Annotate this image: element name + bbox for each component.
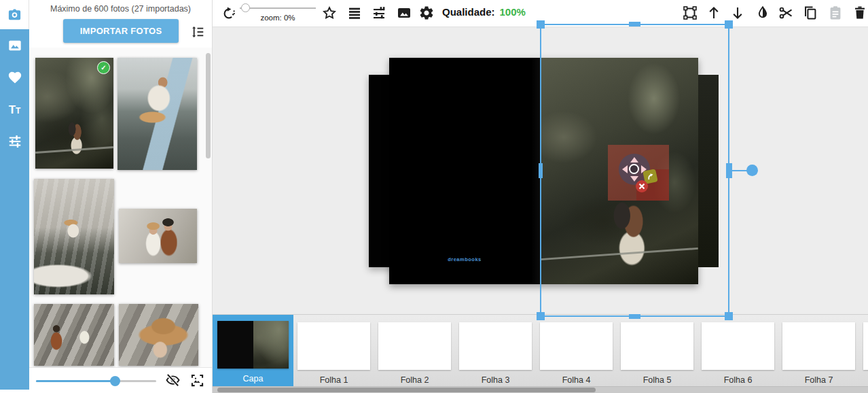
hide-used-icon[interactable] [165, 373, 181, 388]
settings-gear-icon[interactable] [418, 5, 435, 21]
sidebar-item-favorites[interactable] [7, 70, 22, 85]
heart-icon [7, 70, 22, 85]
sort-order-icon[interactable] [190, 24, 205, 39]
selection-handle-bottom-right[interactable] [725, 312, 733, 320]
filmstrip-page-folha-6[interactable]: Folha 6 [698, 315, 778, 386]
photo-panel: Máximo de 600 fotos (27 importadas) IMPO… [29, 0, 213, 393]
photo-thumbnail-list: ✓ [29, 48, 212, 367]
filmstrip-page-folha-4[interactable]: Folha 4 [536, 315, 617, 386]
selection-handle-top-right[interactable] [725, 20, 733, 29]
page-thumbnail [621, 322, 693, 370]
filmstrip-page-folha-5[interactable]: Folha 5 [617, 315, 698, 386]
page-thumbnail [702, 322, 774, 370]
page-label: Folha 4 [536, 375, 617, 385]
thumbnail-size-slider[interactable] [36, 375, 156, 386]
sidebar: TT [0, 0, 29, 390]
move-center-ring-icon[interactable] [629, 164, 639, 174]
photo-thumbnail-2[interactable] [117, 58, 197, 170]
filmstrip-page-capa[interactable]: Capa [213, 315, 293, 386]
filmstrip-horizontal-scrollbar[interactable] [213, 386, 868, 393]
cover-photo-figures [587, 189, 670, 284]
adjust-sliders-icon[interactable] [371, 5, 387, 21]
image-icon [7, 38, 22, 53]
filmstrip-page-folha-3[interactable]: Folha 3 [455, 315, 536, 386]
photo-drag-overlay[interactable] [608, 145, 669, 201]
sidebar-item-camera[interactable] [0, 0, 29, 29]
copy-icon[interactable] [802, 5, 818, 21]
zoom-slider[interactable]: zoom: 0% [240, 3, 316, 22]
move-left-arrow-icon[interactable] [622, 165, 628, 173]
selection-handle-middle-left[interactable] [539, 163, 543, 178]
panel-vertical-scrollbar[interactable] [206, 53, 211, 158]
page-label: Folha 7 [778, 375, 859, 385]
page-filmstrip: Capa Folha 1 Folha 2 Folha 3 Folha 4 Fol… [213, 314, 868, 386]
page-thumbnail [459, 322, 532, 370]
sidebar-tools: TT [0, 38, 29, 149]
photo-thumbnail-4[interactable] [119, 209, 197, 263]
tune-icon [7, 134, 22, 149]
quality-label: Qualidade: [442, 6, 495, 18]
filmstrip-page-folha-1[interactable]: Folha 1 [293, 315, 374, 386]
move-up-arrow-icon[interactable] [630, 157, 638, 163]
zoom-slider-knob[interactable] [241, 3, 250, 12]
favorite-star-icon[interactable] [321, 5, 338, 21]
slider-knob[interactable] [110, 376, 120, 386]
paste-icon-disabled[interactable] [827, 5, 844, 21]
photo-counter: Máximo de 600 fotos (27 importadas) [29, 4, 212, 14]
slider-fill [36, 380, 115, 382]
cover-wrap-right [698, 75, 719, 267]
cover-page-thumbnail [217, 321, 289, 369]
photo-used-check-icon: ✓ [97, 61, 110, 74]
photo-thumbnail-5[interactable] [34, 304, 114, 366]
delete-trash-icon[interactable] [852, 5, 868, 21]
zoom-slider-track [240, 7, 316, 9]
remove-photo-icon[interactable] [636, 180, 648, 192]
rotation-handle-knob[interactable] [746, 165, 758, 176]
quality-value: 100% [500, 6, 526, 18]
rotate-icon[interactable] [221, 5, 237, 21]
zoom-label: zoom: 0% [240, 14, 316, 22]
camera-icon [7, 7, 22, 22]
filmstrip-page-folha-2[interactable]: Folha 2 [374, 315, 455, 386]
layouts-menu-icon[interactable] [346, 5, 363, 21]
filmstrip-page-folha-7[interactable]: Folha 7 [778, 315, 859, 386]
text-icon: TT [9, 104, 21, 116]
image-placeholder-icon[interactable] [189, 373, 205, 388]
page-thumbnail [540, 322, 613, 370]
filmstrip-page-partial[interactable] [859, 315, 868, 386]
selection-handle-top-middle[interactable] [629, 22, 640, 27]
photo-thumbnail-3[interactable] [34, 179, 114, 294]
photo-thumbnail-6[interactable] [119, 304, 198, 366]
selection-handle-top-left[interactable] [537, 20, 545, 29]
photo-fill-icon[interactable] [396, 5, 412, 21]
move-up-icon[interactable] [706, 5, 722, 21]
page-thumbnail [297, 322, 370, 370]
import-photos-button[interactable]: IMPORTAR FOTOS [63, 19, 179, 43]
selection-handle-middle-right[interactable] [726, 163, 732, 178]
move-down-icon[interactable] [729, 5, 746, 21]
contrast-icon[interactable] [755, 5, 771, 21]
selection-handle-bottom-left[interactable] [537, 312, 545, 320]
photobook-editor: TT Máximo de 600 fotos (27 importadas) I… [0, 0, 868, 393]
page-label: Folha 5 [617, 375, 698, 385]
photo-thumbnail-1[interactable]: ✓ [35, 58, 113, 169]
cover-thumb-black-half [217, 321, 253, 369]
cut-scissors-icon[interactable] [778, 5, 794, 21]
sidebar-item-text[interactable]: TT [7, 102, 22, 117]
filmstrip-scrollbar-thumb[interactable] [217, 388, 596, 392]
quality-indicator: Qualidade:100% [442, 6, 526, 18]
sidebar-item-images[interactable] [7, 38, 22, 53]
page-thumbnail [378, 322, 451, 370]
selection-handle-bottom-middle[interactable] [629, 314, 640, 319]
sidebar-item-adjustments[interactable] [7, 134, 22, 149]
transform-frame-icon[interactable] [682, 5, 698, 21]
move-down-arrow-icon[interactable] [630, 176, 638, 182]
page-label: Folha 3 [455, 375, 536, 385]
page-label: Folha 6 [698, 375, 778, 385]
page-thumbnail [782, 322, 855, 370]
photo-figures [57, 116, 93, 165]
cover-brand-logo: dreambooks [389, 256, 540, 262]
page-thumbnail [863, 322, 868, 370]
page-label: Capa [213, 374, 293, 383]
cover-thumb-photo-half [253, 321, 289, 369]
